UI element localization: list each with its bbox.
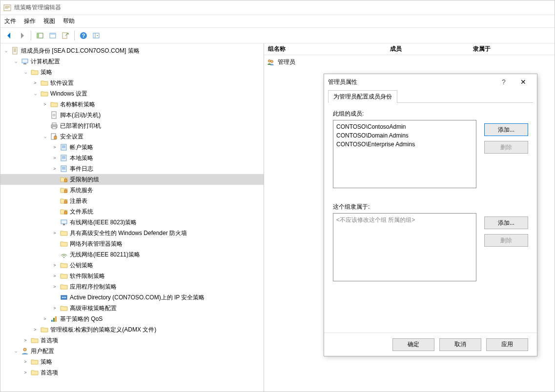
dialog-titlebar[interactable]: 管理员属性 ? ✕	[324, 74, 537, 90]
expand-icon[interactable]: >	[32, 326, 39, 333]
ok-button[interactable]: 确定	[392, 338, 434, 351]
tree-software-restriction[interactable]: >软件限制策略	[0, 271, 264, 281]
expander-spacer	[51, 187, 58, 194]
collapse-icon[interactable]: ⌵	[41, 133, 48, 140]
expand-icon[interactable]: >	[51, 305, 58, 312]
tree-qos[interactable]: >基于策略的 QoS	[0, 314, 264, 324]
forward-button[interactable]	[16, 30, 28, 41]
svg-point-36	[268, 60, 271, 62]
tree-printers[interactable]: 已部署的打印机	[0, 120, 264, 131]
expander-spacer	[51, 219, 58, 226]
svg-rect-23	[64, 190, 67, 193]
show-hide-tree-button[interactable]	[34, 30, 46, 41]
list-row[interactable]: 管理员	[267, 57, 552, 67]
tree-event-log[interactable]: >事件日志	[0, 163, 264, 174]
expand-icon[interactable]: >	[22, 358, 29, 365]
tree-user-preferences[interactable]: >首选项	[0, 367, 264, 378]
tree-software-settings[interactable]: >软件设置	[0, 78, 264, 88]
tree-node-label: 文件系统	[70, 208, 95, 216]
collapse-icon[interactable]: ⌵	[32, 90, 39, 97]
tree-restricted-groups[interactable]: 受限制的组	[0, 174, 264, 185]
col-members[interactable]: 成员	[386, 45, 469, 53]
help-button[interactable]: ?	[78, 30, 89, 41]
tree-network-list[interactable]: 网络列表管理器策略	[0, 238, 264, 249]
menu-view[interactable]: 视图	[43, 17, 55, 25]
filter-button[interactable]	[90, 30, 102, 41]
tree-policy[interactable]: ⌵策略	[0, 67, 264, 78]
tree-node-label: 受限制的组	[70, 176, 101, 184]
tree-node-icon	[41, 79, 48, 87]
add-memberof-button[interactable]: 添加...	[484, 216, 528, 229]
tree-user-policy[interactable]: >策略	[0, 356, 264, 367]
tree-ipsec[interactable]: Active Directory (CON7OSO.COM)上的 IP 安全策略	[0, 292, 264, 303]
tree-name-resolution[interactable]: >名称解析策略	[0, 99, 264, 110]
tree-preferences[interactable]: >首选项	[0, 335, 264, 346]
menu-file[interactable]: 文件	[4, 17, 16, 25]
add-member-button[interactable]: 添加...	[484, 123, 528, 136]
tree-local-policy[interactable]: >本地策略	[0, 153, 264, 163]
options-button[interactable]	[47, 30, 59, 41]
expand-icon[interactable]: >	[51, 283, 58, 290]
tree-node-label: 管理模板:检索到的策略定义(ADMX 文件)	[50, 326, 158, 334]
tree-admin-templates[interactable]: >管理模板:检索到的策略定义(ADMX 文件)	[0, 324, 264, 335]
collapse-icon[interactable]: ⌵	[22, 69, 29, 76]
tree-defender[interactable]: >具有高级安全性的 Windows Defender 防火墙	[0, 228, 264, 238]
tree-file-system[interactable]: 文件系统	[0, 206, 264, 217]
export-button[interactable]	[60, 30, 71, 41]
tree-computer-config[interactable]: ⌵计算机配置	[0, 56, 264, 67]
tree-node-icon	[60, 218, 68, 226]
expand-icon[interactable]: >	[41, 101, 48, 108]
expand-icon[interactable]: >	[51, 144, 58, 151]
dialog-help-button[interactable]: ?	[494, 78, 514, 86]
remove-memberof-button[interactable]: 删除	[484, 234, 528, 247]
expand-icon[interactable]: >	[51, 262, 58, 269]
expand-icon[interactable]: >	[51, 230, 58, 236]
tree-security-settings[interactable]: ⌵安全设置	[0, 131, 264, 142]
expand-icon[interactable]: >	[51, 155, 58, 161]
expand-icon[interactable]: >	[51, 165, 58, 172]
tree-wireless-network[interactable]: 无线网络(IEEE 80211)策略	[0, 249, 264, 260]
expand-icon[interactable]: >	[22, 337, 29, 344]
col-group-name[interactable]: 组名称	[264, 45, 386, 53]
remove-member-button[interactable]: 删除	[484, 141, 528, 154]
cancel-button[interactable]: 取消	[439, 338, 481, 351]
toolbar: ?	[0, 28, 555, 43]
tree-node-icon	[60, 154, 68, 162]
back-button[interactable]	[3, 30, 15, 41]
tree-advanced-audit[interactable]: >高级审核策略配置	[0, 303, 264, 314]
collapse-icon[interactable]: ⌵	[2, 47, 9, 54]
tree-system-services[interactable]: 系统服务	[0, 185, 264, 196]
expand-icon[interactable]: >	[32, 79, 39, 86]
memberof-listbox[interactable]: <不应该修改这个组 所属的组>	[333, 213, 476, 281]
dialog-close-button[interactable]: ✕	[514, 78, 533, 86]
member-item[interactable]: CONTOSO\Enterprise Admins	[336, 140, 473, 149]
menu-help[interactable]: 帮助	[63, 17, 75, 25]
collapse-icon[interactable]: ⌵	[12, 58, 19, 65]
dialog-tab-configure[interactable]: 为管理员配置成员身份	[328, 90, 397, 103]
tree-pane[interactable]: ⌵组成员身份 [SEA DC1.CON7OSO.COM] 策略⌵计算机配置⌵策略…	[0, 43, 264, 392]
tree-user-config[interactable]: ⌵用户配置	[0, 346, 264, 356]
tree-node-icon	[31, 369, 39, 376]
tree-public-key[interactable]: >公钥策略	[0, 260, 264, 271]
members-label: 此组的成员:	[333, 110, 476, 118]
col-memberof[interactable]: 隶属于	[469, 45, 555, 53]
tree-windows-settings[interactable]: ⌵Windows 设置	[0, 88, 264, 99]
tree-registry[interactable]: 注册表	[0, 196, 264, 206]
tree-scripts[interactable]: 脚本(启动/关机)	[0, 110, 264, 120]
collapse-icon[interactable]: ⌵	[12, 348, 19, 354]
member-item[interactable]: CONTOSO\Domain Admins	[336, 131, 473, 140]
tree-node-label: 系统服务	[70, 186, 95, 195]
tree-account-policy[interactable]: >帐户策略	[0, 142, 264, 153]
tree-app-control[interactable]: >应用程序控制策略	[0, 281, 264, 292]
tree-root-node[interactable]: ⌵组成员身份 [SEA DC1.CON7OSO.COM] 策略	[0, 45, 264, 56]
expand-icon[interactable]: >	[41, 315, 48, 322]
list-body[interactable]: 管理员	[264, 55, 555, 69]
tree-node-icon	[21, 347, 29, 355]
member-item[interactable]: CONTOSO\ContosoAdmin	[336, 122, 473, 131]
expand-icon[interactable]: >	[51, 273, 58, 279]
tree-wired-network[interactable]: 有线网络(IEEE 8023)策略	[0, 217, 264, 228]
menu-action[interactable]: 操作	[24, 17, 36, 25]
members-listbox[interactable]: CONTOSO\ContosoAdminCONTOSO\Domain Admin…	[333, 120, 476, 188]
apply-button[interactable]: 应用	[486, 338, 528, 351]
expand-icon[interactable]: >	[22, 369, 29, 376]
